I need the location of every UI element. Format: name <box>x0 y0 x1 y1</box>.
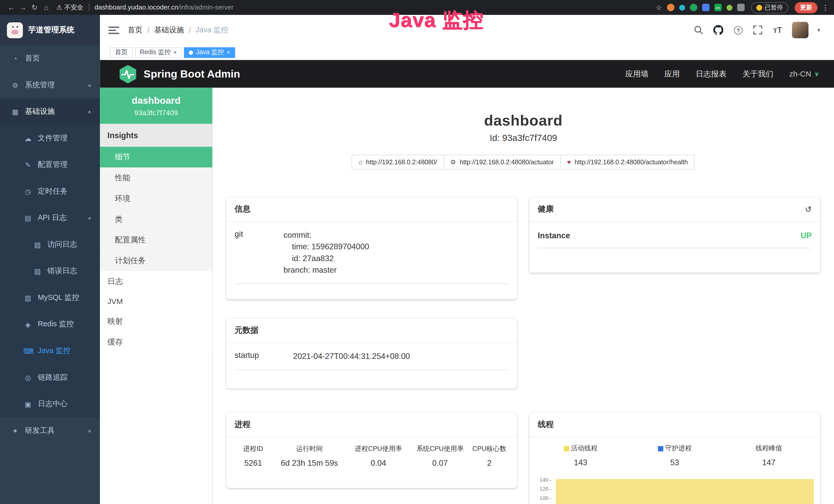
hamburger-icon[interactable] <box>108 26 119 34</box>
extension-icon-green[interactable] <box>690 4 697 11</box>
bookmark-star-icon[interactable]: ☆ <box>656 3 662 11</box>
search-icon[interactable] <box>694 25 704 35</box>
extension-icon-teal[interactable] <box>679 5 685 10</box>
actuator-url-link[interactable]: ⚙ http://192.168.0.2:48080/actuator <box>443 155 561 170</box>
back-icon[interactable]: ← <box>5 3 17 12</box>
process-card-header: 进程 <box>226 413 517 437</box>
history-icon[interactable]: ↺ <box>805 204 812 214</box>
log-center-icon: ▣ <box>23 400 32 408</box>
sba-item-loggers[interactable]: 日志 <box>100 271 212 292</box>
refresh-icon[interactable]: ↻ <box>29 3 41 12</box>
sba-item-details[interactable]: 细节 <box>100 147 212 168</box>
extension-icon-blue-grid[interactable] <box>702 4 709 11</box>
user-menu-caret-icon[interactable]: ▾ <box>817 27 820 33</box>
security-label[interactable]: 不安全 <box>64 3 84 12</box>
sidebar-item-label: Java 监控 <box>38 346 70 356</box>
timer-icon: ◷ <box>23 187 32 196</box>
user-avatar[interactable] <box>792 22 808 38</box>
health-instance-label: Instance <box>538 231 570 240</box>
app-menu: ◔ 首页 ⚙ 系统管理 ∨ ▦ 基础设施 ∧ ☁ 文件管理 ✎ 配置管 <box>0 45 100 444</box>
live-threads-value: 143 <box>533 458 628 467</box>
sidebar-item-api-logs[interactable]: ▤ API 日志 ∧ <box>0 205 100 231</box>
file-icon: ☁ <box>23 134 32 142</box>
extension-icon-leaf[interactable] <box>726 5 732 10</box>
sba-item-config-props[interactable]: 配置属性 <box>100 230 212 251</box>
sba-nav-journal[interactable]: 日志报表 <box>696 69 727 79</box>
sidebar-item-label: 首页 <box>25 54 40 63</box>
sba-item-mappings[interactable]: 映射 <box>100 311 212 332</box>
sidebar-item-java-monitor[interactable]: ⌨ Java 监控 <box>0 338 100 364</box>
extensions-puzzle-icon[interactable] <box>737 4 744 11</box>
sidebar-item-access-logs[interactable]: ▧ 访问日志 <box>0 231 100 258</box>
gear-icon: ⚙ <box>10 81 20 89</box>
sidebar-item-infrastructure[interactable]: ▦ 基础设施 ∧ <box>0 98 100 125</box>
sidebar-item-home[interactable]: ◔ 首页 <box>0 45 100 72</box>
sba-item-environment[interactable]: 环境 <box>100 188 212 209</box>
address-url-host[interactable]: dashboard.yudao.iocoder.cn <box>94 4 178 11</box>
sba-group-insights[interactable]: Insights <box>100 124 212 146</box>
sidebar-item-log-center[interactable]: ▣ 日志中心 <box>0 391 100 417</box>
extension-icon-orange[interactable] <box>667 4 674 11</box>
sba-brand-title[interactable]: Spring Boot Admin <box>144 68 240 80</box>
sidebar-item-devtools[interactable]: ✦ 研发工具 ∨ <box>0 417 100 444</box>
sidebar-item-redis-monitor[interactable]: ◈ Redis 监控 <box>0 311 100 338</box>
left-card-column: 信息 git commit: time: 1596289704000 id: 2… <box>226 197 517 488</box>
sba-item-jvm[interactable]: JVM <box>100 292 212 311</box>
threads-card-header: 线程 <box>529 413 820 437</box>
breadcrumb-section[interactable]: 基础设施 <box>154 25 184 35</box>
sba-nav-links: 应用墙 应用 日志报表 关于我们 zh-CN ∨ <box>625 69 819 79</box>
sba-nav-wallboard[interactable]: 应用墙 <box>625 69 648 79</box>
process-card: 进程 进程ID 运行时间 进程CPU使用率 系统CPU使用率 CPU核心数 52… <box>226 413 517 488</box>
breadcrumb-home[interactable]: 首页 <box>128 25 142 35</box>
tab-label: 首页 <box>115 48 128 57</box>
sba-navbar: Spring Boot Admin 应用墙 应用 日志报表 关于我们 zh-CN… <box>100 60 834 88</box>
browser-home-icon[interactable]: ⌂ <box>40 3 52 12</box>
paused-pill[interactable]: 已暂停 <box>751 2 788 13</box>
sidebar-item-scheduled-tasks[interactable]: ◷ 定时任务 <box>0 178 100 205</box>
chevron-down-icon: ∨ <box>88 429 91 433</box>
fullscreen-icon[interactable] <box>752 25 763 35</box>
card-title: 健康 <box>538 204 554 214</box>
git-commit-label: commit: <box>284 229 369 241</box>
forward-icon[interactable]: → <box>17 3 29 12</box>
health-instance-row[interactable]: Instance UP <box>538 222 812 249</box>
threads-legend: 活动线程 143 守护进程 53 线程峰值 147 <box>529 437 820 469</box>
github-icon[interactable] <box>713 25 724 35</box>
sidebar-item-error-logs[interactable]: ▨ 错误日志 <box>0 258 100 284</box>
extension-icon-on-badge[interactable]: on <box>714 4 722 11</box>
metadata-card: 元数据 startup 2021-04-27T00:44:31.254+08:0… <box>226 318 517 388</box>
sidebar-item-system-management[interactable]: ⚙ 系统管理 ∨ <box>0 72 100 98</box>
chevron-down-icon: ∨ <box>814 70 819 77</box>
sidebar-item-label: 基础设施 <box>25 107 55 116</box>
sba-item-scheduled-tasks[interactable]: 计划任务 <box>100 250 212 271</box>
sidebar-item-label: 错误日志 <box>47 266 77 276</box>
column-header: CPU核心数 <box>470 444 509 453</box>
sba-nav-applications[interactable]: 应用 <box>664 69 680 79</box>
sba-item-caches[interactable]: 缓存 <box>100 332 212 352</box>
sidebar-item-mysql-monitor[interactable]: ▥ MySQL 监控 <box>0 284 100 311</box>
sidebar-item-link-tracing[interactable]: ◎ 链路追踪 <box>0 364 100 391</box>
sba-item-metrics[interactable]: 性能 <box>100 167 212 188</box>
update-button[interactable]: 更新 <box>795 2 817 13</box>
health-url-link[interactable]: ♥ http://192.168.0.2:48080/actuator/heal… <box>560 155 695 170</box>
font-size-icon[interactable]: тT <box>772 25 783 35</box>
address-url-path[interactable]: /infra/admin-server <box>178 4 234 11</box>
close-icon[interactable]: × <box>226 49 230 55</box>
sba-nav-about[interactable]: 关于我们 <box>743 69 773 79</box>
sidebar-item-config-management[interactable]: ✎ 配置管理 <box>0 152 100 178</box>
sba-locale-select[interactable]: zh-CN ∨ <box>789 70 819 78</box>
close-icon[interactable]: × <box>173 49 177 55</box>
legend-daemon-threads: 守护进程 53 <box>628 444 722 467</box>
tab-redis-monitor[interactable]: Redis 监控 × <box>135 47 182 58</box>
help-icon[interactable]: ? <box>733 25 743 35</box>
sba-item-beans[interactable]: 类 <box>100 209 212 230</box>
app-logo-pig-avatar <box>7 22 23 38</box>
tab-home[interactable]: 首页 <box>110 47 133 58</box>
sba-instance-header[interactable]: dashboard 93a3fc7f7409 <box>100 88 212 124</box>
legend-label: 线程峰值 <box>756 444 782 453</box>
service-url-link[interactable]: ⌂ http://192.168.0.2:48080/ <box>352 155 444 170</box>
git-commit-id: id: 27aa832 <box>284 253 369 265</box>
sidebar-item-file-management[interactable]: ☁ 文件管理 <box>0 125 100 152</box>
browser-menu-icon[interactable]: ⋮ <box>822 3 829 11</box>
tab-java-monitor[interactable]: Java 监控 × <box>184 47 235 58</box>
